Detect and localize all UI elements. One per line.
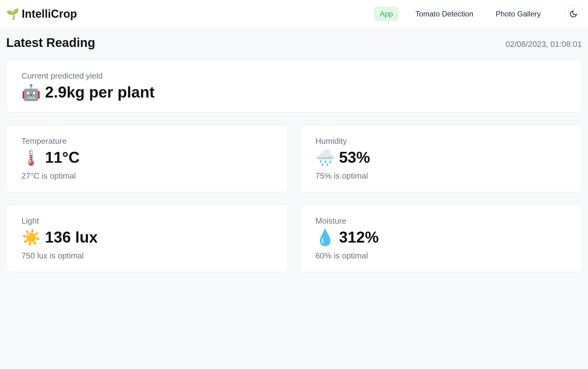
nav-link-photo-gallery[interactable]: Photo Gallery [490,7,546,21]
yield-label: Current predicted yield [21,71,567,81]
droplet-icon: 💧 [315,230,335,245]
moisture-value: 312% [339,229,379,246]
moisture-label: Moisture [315,216,567,226]
section-header: Latest Reading 02/08/2023, 01:08:01 [6,36,582,50]
light-card: Light ☀️ 136 lux 750 lux is optimal [6,205,288,272]
temperature-value-row: 🌡️ 11°C [21,149,273,166]
yield-card: Current predicted yield 🤖 2.9kg per plan… [6,60,582,112]
yield-value-row: 🤖 2.9kg per plant [21,84,567,101]
temperature-value: 11°C [45,149,80,166]
reading-timestamp: 02/08/2023, 01:08:01 [505,39,582,49]
main-nav: App Tomato Detection Photo Gallery [374,6,582,22]
yield-value: 2.9kg per plant [45,84,155,101]
seedling-icon: 🌱 [6,9,19,19]
thermometer-icon: 🌡️ [21,150,41,166]
humidity-label: Humidity [315,136,567,146]
moisture-value-row: 💧 312% [315,229,567,246]
robot-icon: 🤖 [21,85,41,100]
temperature-label: Temperature [21,136,273,146]
app-header: 🌱 IntelliCrop App Tomato Detection Photo… [0,0,588,28]
nav-link-app[interactable]: App [374,7,399,21]
humidity-value: 53% [339,149,370,166]
main-content: Latest Reading 02/08/2023, 01:08:01 Curr… [0,28,588,280]
nav-link-tomato-detection[interactable]: Tomato Detection [410,7,479,21]
light-value: 136 lux [45,229,98,246]
rain-icon: 🌧️ [315,150,335,166]
sun-icon: ☀️ [21,230,41,245]
moon-icon [569,10,577,18]
humidity-value-row: 🌧️ 53% [315,149,567,166]
metrics-grid: Temperature 🌡️ 11°C 27°C is optimal Humi… [6,125,582,272]
humidity-card: Humidity 🌧️ 53% 75% is optimal [300,125,582,192]
light-value-row: ☀️ 136 lux [21,229,273,246]
moisture-card: Moisture 💧 312% 60% is optimal [300,205,582,272]
section-title: Latest Reading [6,36,95,50]
temperature-card: Temperature 🌡️ 11°C 27°C is optimal [6,125,288,192]
temperature-optimal: 27°C is optimal [21,171,273,181]
moisture-optimal: 60% is optimal [315,251,567,261]
light-optimal: 750 lux is optimal [21,251,273,261]
brand-name: IntelliCrop [22,7,77,20]
light-label: Light [21,216,273,226]
humidity-optimal: 75% is optimal [315,171,567,181]
theme-toggle-button[interactable] [565,6,582,22]
brand[interactable]: 🌱 IntelliCrop [6,7,77,20]
